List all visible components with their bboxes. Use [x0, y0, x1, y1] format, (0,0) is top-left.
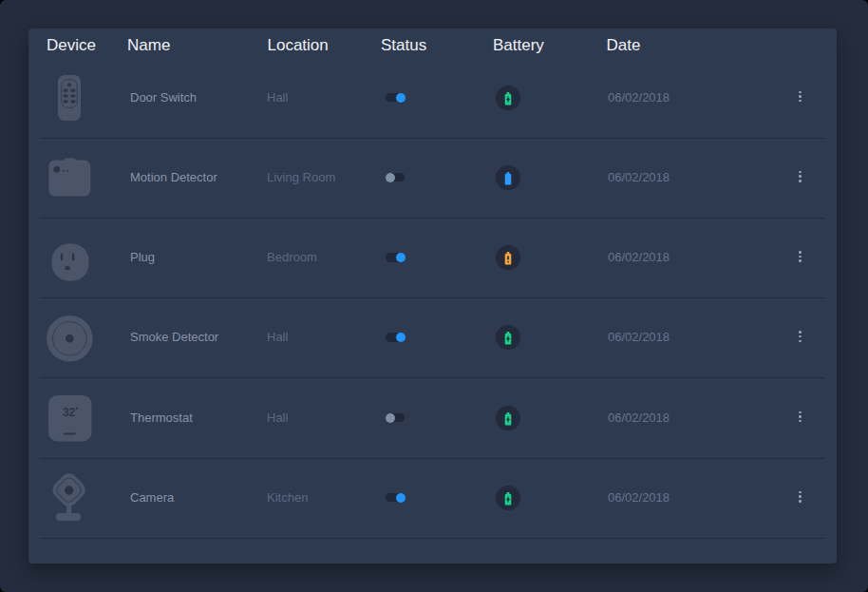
- svg-text:32: 32: [63, 406, 76, 419]
